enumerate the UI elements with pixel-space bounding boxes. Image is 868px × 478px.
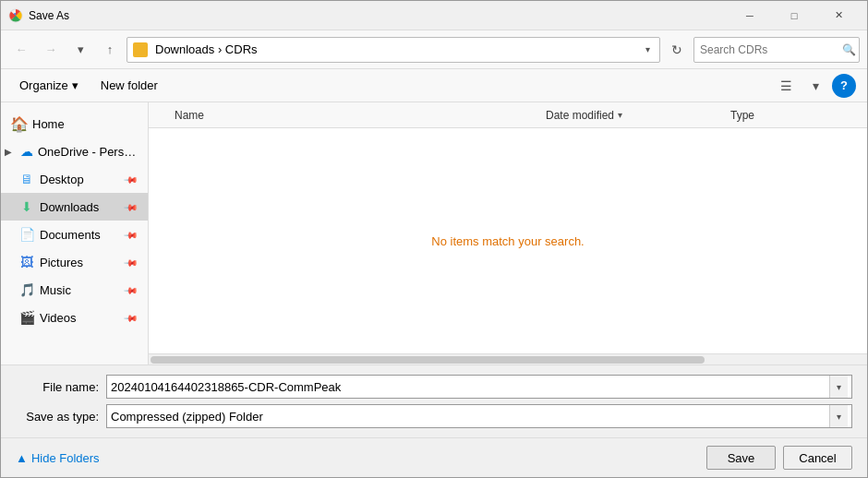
- home-icon: 🏠: [12, 116, 27, 131]
- downloads-pin-icon: 📌: [124, 199, 139, 214]
- folder-icon: [133, 42, 148, 57]
- sidebar-downloads-label: Downloads: [40, 200, 120, 214]
- sidebar-item-onedrive[interactable]: ▶ ☁ OneDrive - Pers…: [1, 137, 148, 165]
- filename-label: File name:: [16, 380, 99, 394]
- sidebar-home-label: Home: [32, 117, 137, 131]
- breadcrumb-dropdown[interactable]: ▾: [642, 42, 654, 56]
- sidebar-pictures-label: Pictures: [40, 256, 120, 269]
- sidebar-item-music[interactable]: 🎵 Music 📌: [1, 276, 148, 304]
- action-row: ▲ Hide Folders Save Cancel: [1, 437, 867, 477]
- column-header-name[interactable]: Name: [156, 109, 546, 122]
- cancel-button[interactable]: Cancel: [783, 446, 852, 470]
- sidebar-documents-label: Documents: [40, 228, 120, 242]
- hide-folders-label: Hide Folders: [31, 451, 100, 465]
- sidebar-music-label: Music: [40, 283, 120, 297]
- hide-folders-button[interactable]: ▲ Hide Folders: [16, 451, 100, 465]
- filename-row: File name: ▾: [16, 375, 852, 399]
- organize-button[interactable]: Organize ▾: [12, 74, 86, 98]
- documents-pin-icon: 📌: [124, 227, 139, 242]
- new-folder-label: New folder: [101, 78, 158, 92]
- sidebar-desktop-label: Desktop: [40, 173, 120, 186]
- file-list-container: Name Date modified ▾ Type No items match…: [149, 102, 867, 364]
- forward-button[interactable]: →: [38, 37, 64, 63]
- saveastype-row: Save as type: ▾: [16, 404, 852, 428]
- empty-message: No items match your search.: [431, 234, 584, 248]
- sidebar-item-documents[interactable]: 📄 Documents 📌: [1, 221, 148, 248]
- toolbar: Organize ▾ New folder ☰ ▾ ?: [1, 69, 867, 102]
- main-content: 🏠 Home ▶ ☁ OneDrive - Pers… 🖥 Desktop 📌 …: [1, 102, 867, 364]
- save-as-dialog: Save As ─ □ ✕ ← → ▾ ↑ Downloads › CDRs ▾…: [0, 0, 868, 478]
- sort-arrow: ▾: [618, 110, 622, 120]
- filename-input[interactable]: [111, 380, 829, 394]
- videos-pin-icon: 📌: [124, 310, 139, 325]
- onedrive-icon: ☁: [19, 144, 34, 159]
- column-header-date[interactable]: Date modified ▾: [546, 109, 730, 122]
- title-bar: Save As ─ □ ✕: [1, 1, 867, 30]
- music-icon: 🎵: [19, 282, 34, 297]
- sidebar: 🏠 Home ▶ ☁ OneDrive - Pers… 🖥 Desktop 📌 …: [1, 102, 149, 364]
- maximize-button[interactable]: □: [773, 1, 815, 30]
- sidebar-item-home[interactable]: 🏠 Home: [1, 110, 148, 137]
- refresh-button[interactable]: ↻: [664, 37, 690, 63]
- organize-arrow: ▾: [72, 78, 78, 92]
- breadcrumb-path: Downloads › CDRs: [155, 42, 638, 56]
- column-header-type[interactable]: Type: [730, 109, 860, 122]
- music-pin-icon: 📌: [124, 282, 139, 297]
- dropdown-recent-button[interactable]: ▾: [67, 37, 93, 63]
- file-list-body[interactable]: No items match your search.: [149, 128, 867, 353]
- scrollbar-thumb[interactable]: [151, 356, 705, 364]
- save-button[interactable]: Save: [706, 446, 776, 470]
- downloads-icon: ⬇: [19, 199, 34, 214]
- pictures-pin-icon: 📌: [124, 255, 139, 269]
- sidebar-item-downloads[interactable]: ⬇ Downloads 📌: [1, 193, 148, 221]
- toolbar-right: ☰ ▾ ?: [773, 74, 856, 98]
- organize-label: Organize: [19, 78, 68, 92]
- file-list-header: Name Date modified ▾ Type: [149, 102, 867, 128]
- chrome-icon: [8, 8, 23, 23]
- videos-icon: 🎬: [19, 310, 34, 325]
- title-bar-controls: ─ □ ✕: [729, 1, 860, 30]
- horizontal-scrollbar[interactable]: [149, 353, 867, 364]
- breadcrumb-bar[interactable]: Downloads › CDRs ▾: [127, 37, 660, 63]
- saveastype-dropdown-button[interactable]: ▾: [829, 405, 848, 427]
- back-button[interactable]: ←: [8, 37, 34, 63]
- up-button[interactable]: ↑: [97, 37, 123, 63]
- dialog-title: Save As: [29, 9, 729, 22]
- help-button[interactable]: ?: [832, 74, 856, 98]
- sidebar-videos-label: Videos: [40, 311, 120, 325]
- search-box[interactable]: 🔍: [693, 37, 860, 63]
- saveastype-input[interactable]: [111, 410, 829, 424]
- view-dropdown-button[interactable]: ▾: [802, 74, 828, 98]
- sidebar-item-desktop[interactable]: 🖥 Desktop 📌: [1, 165, 148, 193]
- pictures-icon: 🖼: [19, 255, 34, 269]
- sidebar-onedrive-label: OneDrive - Pers…: [38, 145, 144, 159]
- documents-icon: 📄: [19, 227, 34, 242]
- expand-icon: ▶: [5, 147, 16, 157]
- desktop-icon: 🖥: [19, 172, 34, 186]
- bottom-form: File name: ▾ Save as type: ▾: [1, 364, 867, 437]
- filename-dropdown-button[interactable]: ▾: [829, 376, 848, 398]
- address-bar: ← → ▾ ↑ Downloads › CDRs ▾ ↻ 🔍: [1, 30, 867, 69]
- minimize-button[interactable]: ─: [729, 1, 771, 30]
- filename-input-wrapper[interactable]: ▾: [106, 375, 852, 399]
- new-folder-button[interactable]: New folder: [93, 74, 165, 98]
- sidebar-item-videos[interactable]: 🎬 Videos 📌: [1, 304, 148, 331]
- desktop-pin-icon: 📌: [124, 172, 139, 186]
- saveastype-input-wrapper[interactable]: ▾: [106, 404, 852, 428]
- hide-folders-icon: ▲: [16, 451, 28, 465]
- sidebar-item-pictures[interactable]: 🖼 Pictures 📌: [1, 248, 148, 276]
- view-menu-button[interactable]: ☰: [773, 74, 799, 98]
- saveastype-label: Save as type:: [16, 410, 99, 424]
- search-input[interactable]: [700, 43, 838, 56]
- search-icon: 🔍: [842, 43, 856, 56]
- close-button[interactable]: ✕: [817, 1, 860, 30]
